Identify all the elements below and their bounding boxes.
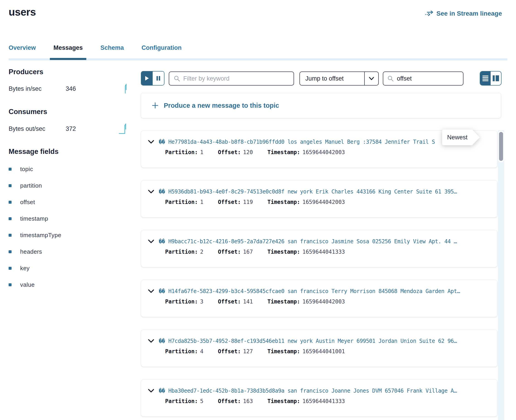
field-item-partition[interactable]: partition [9,182,128,189]
field-bullet-icon [9,267,12,270]
newest-tooltip-label: Newest [447,134,468,141]
field-bullet-icon [9,250,12,253]
message-row[interactable]: �� H14fa67fe-5823-4299-b3c4-595845cfcae0… [141,280,497,317]
message-key-glyphs: �� [159,388,165,394]
partition-meta: Partition:4 [165,348,203,355]
bytes-out-sparkline [119,124,128,134]
produce-message-button[interactable]: Produce a new message to this topic [141,93,501,118]
message-row[interactable]: �� H9bacc71c-b12c-4216-8e95-2a7da727e426… [141,230,497,267]
messages-toolbar: Jump to offset [141,68,501,86]
message-summary[interactable]: He77981da-4a43-48ab-b8f8-cb71b96ffdd0 lo… [168,139,435,145]
offset-search-field [383,72,463,86]
offset-meta: Offset:141 [218,299,253,305]
message-summary[interactable]: Hba30eed7-1edc-452b-8b1a-738d3b5d8a9a sa… [168,388,457,394]
bytes-in-sparkline [123,84,128,94]
pause-icon [156,76,160,81]
plus-icon [152,102,159,109]
bytes-in-value: 346 [66,85,76,92]
column-view-button[interactable] [491,72,501,85]
field-bullet-icon [9,234,12,237]
expand-chevron-icon[interactable] [148,339,155,343]
list-view-button[interactable] [480,72,491,85]
field-bullet-icon [9,168,12,171]
filter-keyword-input[interactable] [183,75,289,82]
message-summary[interactable]: H9bacc71c-b12c-4216-8e95-2a7da727e426 sa… [168,238,457,245]
newest-tooltip: Newest [442,129,472,145]
offset-meta: Offset:167 [218,249,253,255]
consumers-heading: Consumers [9,108,128,116]
message-row[interactable]: �� H7cda825b-35b7-4952-88ef-c193d546eb11… [141,330,497,367]
message-fields-list: topic partition offset timestamp timesta… [9,166,128,288]
filter-field [169,72,294,86]
search-icon [387,75,394,82]
timestamp-meta: Timestamp:1659644042003 [267,149,345,156]
expand-chevron-icon[interactable] [148,140,155,144]
message-key-glyphs: �� [159,188,165,195]
message-row[interactable]: �� Hba30eed7-1edc-452b-8b1a-738d3b5d8a9a… [141,379,497,417]
jump-to-offset-select[interactable]: Jump to offset [300,72,379,86]
pause-button[interactable] [153,72,164,85]
field-item-timestampType[interactable]: timestampType [9,232,128,239]
timestamp-meta: Timestamp:1659644042003 [267,199,345,205]
message-summary[interactable]: H5936db81-b943-4e0f-8c29-74513e0c0d8f ne… [168,188,457,195]
partition-meta: Partition:3 [165,299,203,305]
view-mode-toggle [480,71,501,86]
chevron-down-icon [364,72,378,85]
tab-bar: Overview Messages Schema Configuration [9,44,507,60]
lineage-link-label: See in Stream lineage [437,10,502,17]
message-key-glyphs: �� [159,238,165,245]
field-bullet-icon [9,217,12,220]
tab-overview[interactable]: Overview [9,44,36,57]
lineage-arrow-icon [425,10,434,17]
produce-message-label: Produce a new message to this topic [164,102,279,109]
list-view-icon [482,75,489,81]
partition-meta: Partition:5 [165,398,203,404]
message-summary[interactable]: H7cda825b-35b7-4952-88ef-c193d546eb11 ne… [168,338,457,344]
timestamp-meta: Timestamp:1659644041333 [267,249,345,255]
play-button[interactable] [141,72,153,85]
partition-meta: Partition:1 [165,199,203,205]
bytes-out-label: Bytes out/sec [9,125,66,132]
timestamp-meta: Timestamp:1659644042003 [267,299,345,305]
see-in-stream-lineage-link[interactable]: See in Stream lineage [425,10,502,17]
message-summary[interactable]: H14fa67fe-5823-4299-b3c4-595845cfcae0 sa… [168,288,460,294]
bytes-out-value: 372 [66,125,76,132]
field-item-topic[interactable]: topic [9,166,128,173]
message-key-glyphs: �� [159,338,165,344]
message-row[interactable]: �� H5936db81-b943-4e0f-8c29-74513e0c0d8f… [141,180,497,218]
producers-heading: Producers [9,68,128,76]
producers-metric-row: Bytes in/sec 346 [9,84,128,94]
field-item-key[interactable]: key [9,265,128,272]
expand-chevron-icon[interactable] [148,190,155,194]
field-bullet-icon [9,201,12,204]
partition-meta: Partition:1 [165,149,203,156]
offset-meta: Offset:163 [218,398,253,404]
expand-chevron-icon[interactable] [148,289,155,293]
search-icon [174,75,180,82]
scrollbar-track[interactable] [498,130,504,420]
expand-chevron-icon[interactable] [148,240,155,243]
tab-schema[interactable]: Schema [100,44,124,57]
expand-chevron-icon[interactable] [148,389,155,393]
tab-messages[interactable]: Messages [54,44,83,57]
field-item-offset[interactable]: offset [9,199,128,206]
tab-configuration[interactable]: Configuration [142,44,182,57]
message-list: �� He77981da-4a43-48ab-b8f8-cb71b96ffdd0… [141,130,501,417]
offset-meta: Offset:119 [218,199,253,205]
offset-meta: Offset:127 [218,348,253,355]
field-item-timestamp[interactable]: timestamp [9,215,128,222]
column-view-icon [493,75,499,82]
play-icon [145,76,149,81]
field-item-headers[interactable]: headers [9,248,128,255]
sidebar: Producers Bytes in/sec 346 Consumers Byt… [9,68,128,298]
message-key-glyphs: �� [159,139,165,145]
topic-page: users See in Stream lineage Overview Mes… [0,0,516,420]
messages-panel: Jump to offset [141,68,501,420]
field-item-value[interactable]: value [9,281,128,288]
field-bullet-icon [9,184,12,187]
field-bullet-icon [9,283,12,286]
partition-meta: Partition:2 [165,249,203,255]
offset-search-input[interactable] [397,75,459,82]
scrollbar-thumb[interactable] [499,132,503,161]
page-title: users [9,6,36,18]
